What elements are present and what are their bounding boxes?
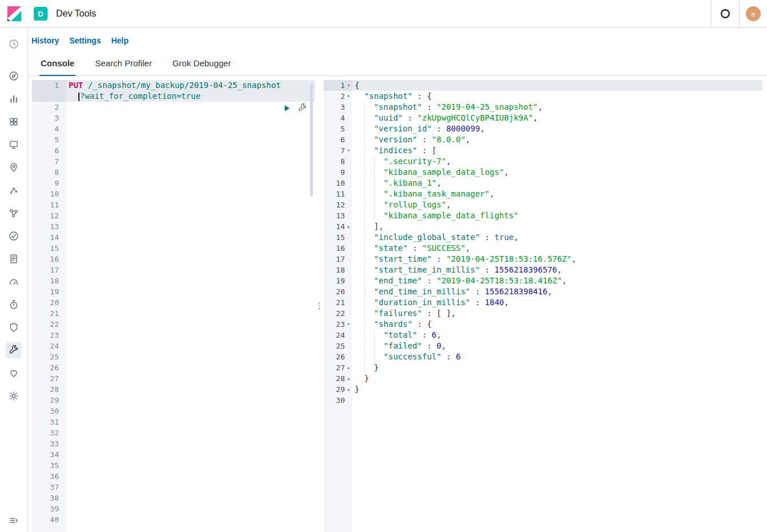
- request-line[interactable]: 22: [32, 319, 315, 330]
- sidebar-item-visualize[interactable]: [6, 91, 22, 107]
- request-line[interactable]: 19: [32, 286, 315, 297]
- sidebar-item-uptime[interactable]: [6, 228, 22, 244]
- request-line[interactable]: 36: [32, 471, 315, 482]
- request-line[interactable]: 26: [32, 362, 315, 373]
- request-line[interactable]: 34: [32, 449, 315, 460]
- sidebar-item-metrics[interactable]: [6, 274, 22, 290]
- request-line[interactable]: 27: [32, 373, 315, 384]
- sidebar-item-graph[interactable]: [6, 205, 22, 221]
- line-number: 28: [50, 384, 59, 395]
- request-line[interactable]: 14: [32, 232, 315, 243]
- collapse-nav-button[interactable]: [6, 513, 22, 529]
- request-line[interactable]: 33: [32, 438, 315, 449]
- sidebar-item-apm[interactable]: [6, 297, 22, 313]
- fold-up-icon[interactable]: ▴: [345, 384, 352, 395]
- breadcrumb: D Dev Tools: [28, 7, 96, 21]
- sidebar-item-siem[interactable]: [6, 319, 22, 335]
- kibana-logo[interactable]: [0, 0, 28, 27]
- app-navigation-rail: [0, 28, 28, 532]
- request-line[interactable]: 18: [32, 275, 315, 286]
- request-line[interactable]: 6: [32, 145, 315, 156]
- history-link[interactable]: History: [31, 36, 59, 45]
- request-line[interactable]: 38: [32, 493, 315, 503]
- request-line[interactable]: 4: [32, 123, 315, 134]
- request-line[interactable]: 20: [32, 297, 315, 308]
- request-line[interactable]: 7: [32, 156, 315, 167]
- response-line: 27▴}: [324, 362, 762, 373]
- request-editor[interactable]: 1PUT /_snapshot/my_backup/2019-04-25_sna…: [32, 80, 315, 532]
- settings-link[interactable]: Settings: [69, 36, 101, 45]
- sidebar-item-discover[interactable]: [6, 68, 22, 84]
- fold-down-icon[interactable]: ▾: [345, 319, 352, 330]
- code-text: [66, 417, 315, 427]
- sidebar-item-dashboard[interactable]: [6, 114, 22, 130]
- request-line[interactable]: 25: [32, 351, 315, 362]
- sidebar-item-management[interactable]: [6, 388, 22, 404]
- request-scrollbar[interactable]: [310, 83, 313, 197]
- code-text: "failed" : 0,: [352, 341, 762, 351]
- fold-up-icon[interactable]: ▴: [345, 373, 352, 384]
- gutter-cell: 23▾: [324, 319, 352, 330]
- request-line[interactable]: 3: [32, 113, 315, 123]
- sidebar-item-stack-monitoring[interactable]: [6, 365, 22, 381]
- tab-console[interactable]: Console: [39, 51, 75, 75]
- send-request-button[interactable]: [283, 104, 291, 113]
- request-line[interactable]: 1PUT /_snapshot/my_backup/2019-04-25_sna…: [32, 80, 315, 91]
- request-line[interactable]: 39: [32, 503, 315, 514]
- request-line[interactable]: 31: [32, 417, 315, 427]
- response-line: 21"duration_in_millis" : 1840,: [324, 297, 762, 308]
- request-line[interactable]: 35: [32, 460, 315, 471]
- fold-up-icon[interactable]: ▴: [345, 221, 352, 232]
- check-circle-icon: [9, 231, 19, 241]
- request-line[interactable]: 40: [32, 514, 315, 525]
- help-link[interactable]: Help: [111, 36, 128, 45]
- sidebar-item-canvas[interactable]: [6, 137, 22, 153]
- request-line[interactable]: 29: [32, 395, 315, 406]
- request-line[interactable]: 12: [32, 210, 315, 221]
- fold-down-icon[interactable]: ▾: [345, 145, 352, 156]
- gutter-cell: 36: [32, 471, 66, 482]
- sidebar-item-machine-learning[interactable]: [6, 182, 22, 198]
- tab-grok-debugger[interactable]: Grok Debugger: [171, 51, 232, 75]
- request-line[interactable]: 13: [32, 221, 315, 232]
- user-menu-button[interactable]: e: [739, 0, 767, 27]
- request-line[interactable]: 32: [32, 427, 315, 438]
- request-line[interactable]: 2: [32, 102, 315, 113]
- request-line[interactable]: 16: [32, 254, 315, 265]
- request-line[interactable]: 9: [32, 178, 315, 189]
- tab-search-profiler[interactable]: Search Profiler: [94, 51, 153, 75]
- graph-nodes-icon: [9, 208, 19, 218]
- request-line[interactable]: 11: [32, 199, 315, 210]
- request-line[interactable]: 23: [32, 330, 315, 341]
- request-line[interactable]: 37: [32, 482, 315, 493]
- request-line[interactable]: 28: [32, 384, 315, 395]
- fold-up-icon[interactable]: ▴: [345, 362, 352, 373]
- drag-handle-icon: ⋮: [315, 301, 324, 311]
- request-options-button[interactable]: [298, 103, 307, 113]
- response-line: 13"kibana_sample_data_flights": [324, 210, 762, 221]
- sidebar-item-dev-tools[interactable]: [6, 342, 22, 358]
- fold-down-icon[interactable]: ▾: [345, 80, 352, 91]
- line-number: 14: [324, 221, 345, 232]
- request-line[interactable]: 21: [32, 308, 315, 319]
- request-line[interactable]: 24: [32, 341, 315, 351]
- pane-resizer[interactable]: ⋮: [315, 80, 324, 532]
- request-line[interactable]: 30: [32, 406, 315, 417]
- request-line[interactable]: 17: [32, 265, 315, 275]
- sidebar-item-recently-viewed[interactable]: [6, 36, 22, 52]
- request-line[interactable]: 8: [32, 167, 315, 178]
- request-line[interactable]: 10: [32, 189, 315, 199]
- heart-icon: [9, 368, 19, 378]
- line-number: 25: [324, 341, 345, 351]
- sidebar-item-maps[interactable]: [6, 159, 22, 175]
- request-line[interactable]: ?wait_for_completion=true: [32, 91, 315, 102]
- fold-down-icon[interactable]: ▾: [345, 91, 352, 102]
- newsfeed-button[interactable]: [711, 0, 739, 27]
- request-line[interactable]: 15: [32, 243, 315, 254]
- gutter-cell: 26: [324, 351, 352, 362]
- sidebar-item-logs[interactable]: [6, 251, 22, 267]
- line-number: 1: [54, 80, 59, 91]
- request-line[interactable]: 5: [32, 134, 315, 145]
- gutter-cell: 11: [32, 199, 66, 210]
- line-number: 30: [50, 406, 59, 417]
